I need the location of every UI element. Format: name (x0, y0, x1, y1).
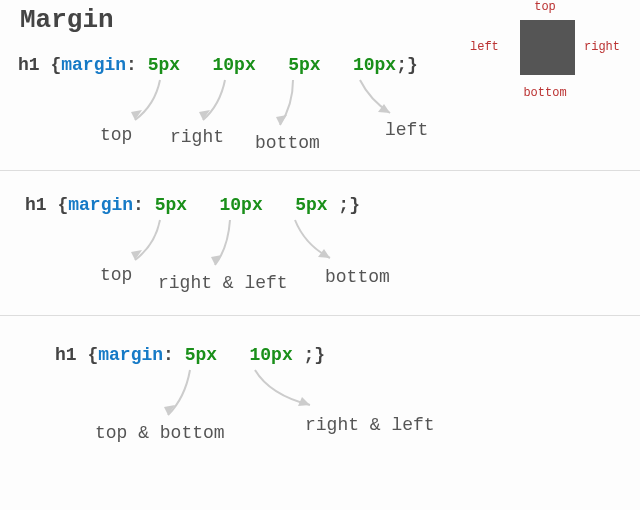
arrow-icon (130, 80, 190, 130)
brace-close: ;} (304, 345, 326, 365)
value-3: 5px (288, 55, 320, 75)
selector: h1 (18, 55, 40, 75)
colon: : (163, 345, 185, 365)
code-line: h1 {margin: 5px 10px 5px ;} (25, 195, 360, 215)
value-1: 5px (148, 55, 180, 75)
selector: h1 (55, 345, 77, 365)
arrow-icon (130, 220, 190, 270)
separator (0, 170, 640, 171)
colon: : (126, 55, 148, 75)
arrow-icon (340, 80, 410, 125)
property: margin (68, 195, 133, 215)
page: Margin top left right bottom h1 {margin:… (0, 0, 640, 510)
brace-close: ;} (338, 195, 360, 215)
value-2: 10px (212, 55, 255, 75)
property: margin (61, 55, 126, 75)
arrow-icon (235, 370, 335, 420)
box-label-bottom: bottom (470, 86, 620, 100)
brace-close: ;} (396, 55, 418, 75)
value-2: 10px (219, 195, 262, 215)
code-line: h1 {margin: 5px 10px ;} (55, 345, 325, 365)
value-4: 10px (353, 55, 396, 75)
annotation-left: left (385, 120, 428, 140)
margin-box-diagram: top left right bottom (470, 0, 620, 100)
separator (0, 315, 640, 316)
annotation-top: top (100, 125, 132, 145)
arrow-icon (160, 370, 220, 425)
value-1: 5px (185, 345, 217, 365)
arrow-icon (275, 220, 355, 270)
property: margin (98, 345, 163, 365)
brace-open: { (87, 345, 98, 365)
box-label-left: left (470, 40, 499, 54)
annotation-top: top (100, 265, 132, 285)
annotation-top-bottom: top & bottom (95, 423, 225, 443)
box-square (520, 20, 575, 75)
arrow-icon (265, 80, 325, 135)
box-label-top: top (470, 0, 620, 14)
brace-open: { (50, 55, 61, 75)
page-title: Margin (20, 5, 114, 35)
colon: : (133, 195, 155, 215)
arrow-icon (200, 220, 260, 275)
value-2: 10px (249, 345, 292, 365)
brace-open: { (57, 195, 68, 215)
annotation-bottom: bottom (325, 267, 390, 287)
annotation-right-left: right & left (158, 273, 288, 293)
code-line: h1 {margin: 5px 10px 5px 10px;} (18, 55, 418, 75)
annotation-bottom: bottom (255, 133, 320, 153)
value-3: 5px (295, 195, 327, 215)
box-label-right: right (584, 40, 620, 54)
arrow-icon (195, 80, 255, 130)
value-1: 5px (155, 195, 187, 215)
svg-marker-6 (318, 249, 330, 258)
annotation-right: right (170, 127, 224, 147)
annotation-right-left: right & left (305, 415, 435, 435)
selector: h1 (25, 195, 47, 215)
